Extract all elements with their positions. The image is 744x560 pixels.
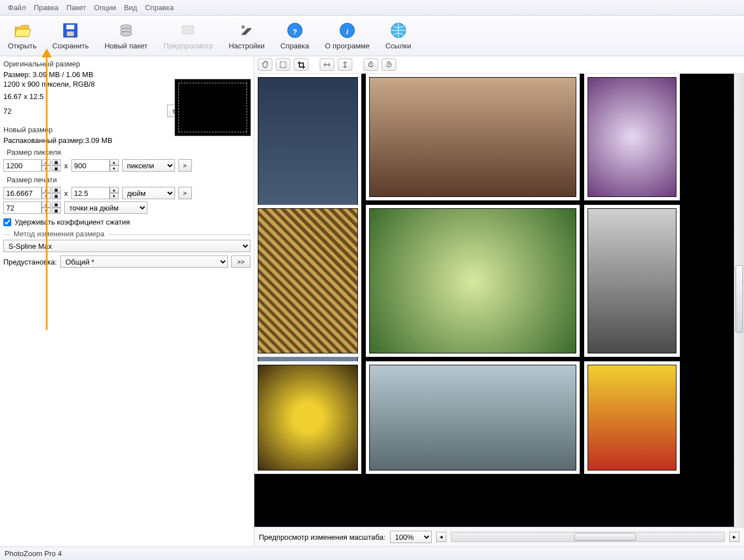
height-down[interactable]: ▼ <box>110 165 119 172</box>
pw-down[interactable]: ▼ <box>42 193 51 199</box>
menu-batch[interactable]: Пакет <box>63 2 89 13</box>
settings-label: Настройки <box>228 42 265 50</box>
about-label: О программе <box>325 42 370 50</box>
rotate-cw-tool[interactable] <box>382 59 396 71</box>
print-height-input[interactable] <box>71 187 110 199</box>
original-dim: 16.67 x 12.5 <box>3 92 65 101</box>
res-up[interactable]: ▲ <box>42 201 51 208</box>
preview-bottom-bar: Предпросмотр изменения масштаба: 100% ◄ … <box>254 527 744 546</box>
ph-up[interactable]: ▲ <box>110 187 119 193</box>
preset-expand-button[interactable]: >> <box>231 256 250 268</box>
height-up[interactable]: ▲ <box>110 159 119 165</box>
hand-tool[interactable] <box>258 59 272 71</box>
preview-button: Предпросмотр <box>155 18 221 53</box>
open-label: Открыть <box>8 42 37 50</box>
keep-ratio-label: Удерживать коэффициент сжатия <box>15 218 130 226</box>
help-label: Справка <box>280 42 309 50</box>
sidebar: Оригинальный размер Размер: 3.09 MB / 1.… <box>0 56 254 546</box>
floppy-icon <box>61 21 79 39</box>
zoom-select[interactable]: 100% <box>390 531 432 543</box>
settings-button[interactable]: Настройки <box>221 18 272 53</box>
help-button[interactable]: ? Справка <box>272 18 317 53</box>
pw-up[interactable]: ▲ <box>42 187 51 193</box>
svg-point-7 <box>241 25 245 29</box>
svg-rect-2 <box>67 32 74 36</box>
save-button[interactable]: Сохранить <box>44 18 97 53</box>
flip-v-tool[interactable] <box>338 59 352 71</box>
vertical-scrollbar[interactable] <box>734 74 744 527</box>
ph-down[interactable]: ▼ <box>110 193 119 199</box>
about-button[interactable]: i О программе <box>317 18 378 53</box>
res-lock-down[interactable]: ▣ <box>52 208 61 214</box>
rotate-ccw-tool[interactable] <box>364 59 378 71</box>
collage-tile <box>254 205 361 357</box>
rotate-ccw-icon <box>367 61 375 69</box>
resolution-unit-select[interactable]: точки на дюйм <box>64 201 147 214</box>
marquee-tool[interactable] <box>276 59 290 71</box>
svg-rect-1 <box>66 25 74 29</box>
svg-rect-6 <box>182 26 194 34</box>
keep-ratio-checkbox[interactable] <box>3 218 11 226</box>
width-lock-up[interactable]: ▣ <box>52 159 61 165</box>
links-label: Ссылки <box>386 42 411 50</box>
new-batch-button[interactable]: Новый пакет <box>97 18 156 53</box>
collage-tile <box>366 74 580 200</box>
collage-tile <box>584 361 680 474</box>
horizontal-scrollbar[interactable] <box>451 532 725 542</box>
pixel-size-label: Размер пикселя <box>3 146 250 158</box>
preview-canvas[interactable] <box>254 74 734 527</box>
original-filesize: Размер: 3.09 MB / 1.06 MB <box>3 70 250 79</box>
navigator-thumbnail[interactable] <box>174 79 251 136</box>
pixel-expand-button[interactable]: > <box>178 159 192 172</box>
content-area: Предпросмотр изменения масштаба: 100% ◄ … <box>254 56 744 546</box>
links-button[interactable]: Ссылки <box>378 18 419 53</box>
flip-h-tool[interactable] <box>320 59 334 71</box>
resolution-input[interactable] <box>3 201 42 214</box>
crop-icon <box>297 61 305 69</box>
preset-label: Предустановка: <box>3 258 57 266</box>
toolbar: Открыть Сохранить Новый пакет Предпросмо… <box>0 16 744 56</box>
width-lock-down[interactable]: ▣ <box>52 165 61 172</box>
x-separator-2: x <box>64 189 68 198</box>
svg-rect-13 <box>280 62 286 68</box>
menu-edit[interactable]: Правка <box>30 2 62 13</box>
original-size-title: Оригинальный размер <box>3 59 250 69</box>
print-unit-select[interactable]: дюйм <box>122 187 175 199</box>
resize-method-select[interactable]: S-Spline Max <box>3 240 250 252</box>
width-up[interactable]: ▲ <box>42 159 51 165</box>
image-collage <box>254 74 734 527</box>
hscroll-left[interactable]: ◄ <box>436 532 446 542</box>
collage-tile <box>366 361 580 474</box>
collage-tile <box>366 205 580 357</box>
print-expand-button[interactable]: > <box>178 187 192 199</box>
menu-options[interactable]: Опции <box>91 2 119 13</box>
crop-tool[interactable] <box>294 59 308 71</box>
menu-view[interactable]: Вид <box>120 2 141 13</box>
pw-lock-down[interactable]: ▣ <box>52 193 61 199</box>
collage-tile <box>584 74 680 200</box>
open-button[interactable]: Открыть <box>0 18 44 53</box>
navigator-viewport[interactable] <box>178 83 247 132</box>
height-input[interactable] <box>71 159 110 172</box>
width-down[interactable]: ▼ <box>42 165 51 172</box>
horizontal-scroll-thumb[interactable] <box>574 533 636 541</box>
print-width-input[interactable] <box>3 187 42 199</box>
folder-open-icon <box>14 21 32 39</box>
flip-v-icon <box>341 61 349 69</box>
print-size-label: Размер печати <box>3 173 250 185</box>
vertical-scroll-thumb[interactable] <box>736 265 743 333</box>
zoom-label: Предпросмотр изменения масштаба: <box>259 533 386 541</box>
preset-select[interactable]: Общий * <box>60 256 228 268</box>
pixel-unit-select[interactable]: пиксели <box>122 159 175 172</box>
res-down[interactable]: ▼ <box>42 208 51 214</box>
res-lock-up[interactable]: ▣ <box>52 201 61 208</box>
width-input[interactable] <box>3 159 42 172</box>
hscroll-right[interactable]: ► <box>729 532 739 542</box>
rotate-cw-icon <box>385 61 393 69</box>
pw-lock-up[interactable]: ▣ <box>52 187 61 193</box>
svg-point-5 <box>120 32 132 36</box>
menu-file[interactable]: Файл <box>5 2 29 13</box>
preview-label: Предпросмотр <box>163 42 213 50</box>
menu-help[interactable]: Справка <box>142 2 177 13</box>
svg-text:?: ? <box>293 28 297 36</box>
